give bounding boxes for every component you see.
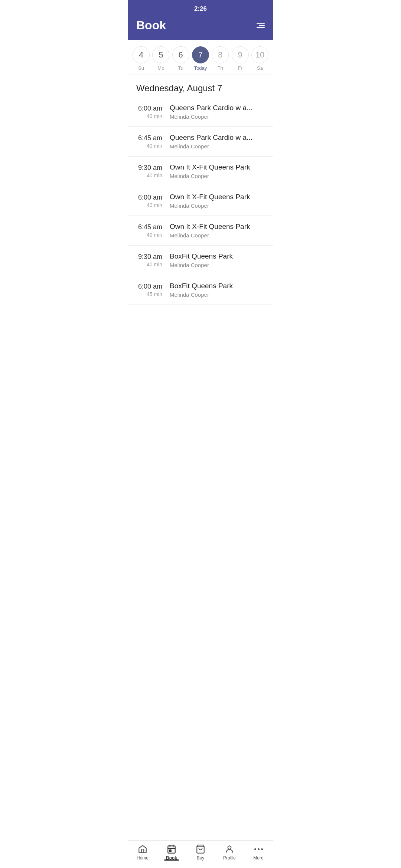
- class-item-5[interactable]: 9:30 am40 minBoxFit Queens ParkMelinda C…: [128, 246, 273, 275]
- status-bar: 2:26: [128, 0, 273, 16]
- class-instructor-2: Melinda Cooper: [170, 173, 265, 179]
- more-dots-icon: [254, 844, 263, 854]
- nav-home-label: Home: [137, 855, 149, 861]
- date-number-6: 6: [172, 46, 189, 63]
- class-time-duration-0: 40 min: [136, 113, 162, 119]
- class-time-duration-2: 40 min: [136, 172, 162, 178]
- nav-profile[interactable]: Profile: [218, 844, 241, 861]
- bottom-nav: Home Book Buy Profile More: [128, 840, 273, 868]
- class-list: 6:00 am40 minQueens Park Cardio w a...Me…: [128, 97, 273, 342]
- nav-buy[interactable]: Buy: [189, 844, 212, 861]
- class-time-main-3: 6:00 am: [136, 194, 162, 201]
- date-item-5[interactable]: 5Mo: [151, 46, 170, 71]
- nav-underline: [164, 859, 179, 861]
- date-item-9[interactable]: 9Fr: [231, 46, 250, 71]
- date-label-6: Tu: [178, 65, 183, 71]
- class-instructor-4: Melinda Cooper: [170, 232, 265, 239]
- class-time-main-4: 6:45 am: [136, 223, 162, 231]
- class-info-6: BoxFit Queens ParkMelinda Cooper: [170, 282, 265, 298]
- class-time-4: 6:45 am40 min: [136, 223, 170, 238]
- class-name-0: Queens Park Cardio w a...: [170, 104, 265, 112]
- profile-icon: [225, 844, 234, 854]
- class-info-4: Own It X-Fit Queens ParkMelinda Cooper: [170, 223, 265, 239]
- filter-line-2: [259, 25, 265, 26]
- class-item-6[interactable]: 6:00 am45 minBoxFit Queens ParkMelinda C…: [128, 275, 273, 305]
- svg-rect-0: [168, 846, 175, 853]
- book-icon: [167, 844, 176, 854]
- class-item-2[interactable]: 9:30 am40 minOwn It X-Fit Queens ParkMel…: [128, 157, 273, 186]
- class-time-duration-6: 45 min: [136, 291, 162, 297]
- class-time-duration-1: 40 min: [136, 143, 162, 149]
- svg-rect-1: [170, 850, 171, 851]
- class-name-2: Own It X-Fit Queens Park: [170, 163, 265, 171]
- day-heading: Wednesday, August 7: [128, 75, 273, 97]
- class-item-1[interactable]: 6:45 am40 minQueens Park Cardio w a...Me…: [128, 127, 273, 157]
- class-name-1: Queens Park Cardio w a...: [170, 134, 265, 142]
- filter-line-1: [257, 23, 265, 24]
- class-name-4: Own It X-Fit Queens Park: [170, 223, 265, 231]
- date-item-7[interactable]: 7Today: [191, 46, 210, 71]
- date-number-4: 4: [133, 46, 150, 63]
- header: Book: [128, 16, 273, 40]
- date-picker: 4Su5Mo6Tu7Today8Th9Fr10Sa: [128, 40, 273, 75]
- svg-point-3: [228, 846, 231, 849]
- class-time-main-6: 6:00 am: [136, 283, 162, 290]
- class-name-6: BoxFit Queens Park: [170, 282, 265, 290]
- date-number-7: 7: [192, 46, 209, 63]
- date-item-6[interactable]: 6Tu: [172, 46, 190, 71]
- date-number-9: 9: [232, 46, 249, 63]
- filter-line-3: [257, 27, 265, 28]
- nav-more-label: More: [253, 855, 263, 861]
- class-info-2: Own It X-Fit Queens ParkMelinda Cooper: [170, 163, 265, 179]
- date-label-10: Sa: [257, 65, 263, 71]
- class-time-main-2: 9:30 am: [136, 164, 162, 172]
- date-number-10: 10: [251, 46, 268, 63]
- class-time-main-0: 6:00 am: [136, 105, 162, 112]
- date-label-8: Th: [218, 65, 223, 71]
- class-time-1: 6:45 am40 min: [136, 134, 170, 149]
- class-name-5: BoxFit Queens Park: [170, 252, 265, 260]
- class-time-6: 6:00 am45 min: [136, 283, 170, 297]
- date-item-4[interactable]: 4Su: [132, 46, 150, 71]
- class-instructor-3: Melinda Cooper: [170, 203, 265, 209]
- class-instructor-1: Melinda Cooper: [170, 143, 265, 149]
- class-item-0[interactable]: 6:00 am40 minQueens Park Cardio w a...Me…: [128, 97, 273, 127]
- class-time-duration-4: 40 min: [136, 232, 162, 238]
- class-instructor-6: Melinda Cooper: [170, 292, 265, 298]
- class-time-5: 9:30 am40 min: [136, 253, 170, 267]
- date-label-9: Fr: [238, 65, 242, 71]
- class-time-3: 6:00 am40 min: [136, 194, 170, 208]
- class-instructor-5: Melinda Cooper: [170, 262, 265, 268]
- class-info-3: Own It X-Fit Queens ParkMelinda Cooper: [170, 193, 265, 209]
- status-time: 2:26: [194, 5, 207, 12]
- buy-icon: [196, 844, 205, 854]
- class-time-0: 6:00 am40 min: [136, 105, 170, 119]
- class-time-duration-5: 40 min: [136, 262, 162, 267]
- class-time-main-5: 9:30 am: [136, 253, 162, 261]
- nav-more[interactable]: More: [247, 844, 270, 861]
- date-item-8[interactable]: 8Th: [211, 46, 229, 71]
- filter-icon[interactable]: [257, 23, 265, 28]
- date-label-7: Today: [194, 65, 207, 71]
- class-info-1: Queens Park Cardio w a...Melinda Cooper: [170, 134, 265, 149]
- class-time-duration-3: 40 min: [136, 202, 162, 208]
- date-number-8: 8: [212, 46, 229, 63]
- class-item-4[interactable]: 6:45 am40 minOwn It X-Fit Queens ParkMel…: [128, 216, 273, 246]
- page-title: Book: [136, 19, 166, 32]
- class-name-3: Own It X-Fit Queens Park: [170, 193, 265, 201]
- class-time-main-1: 6:45 am: [136, 134, 162, 142]
- class-info-0: Queens Park Cardio w a...Melinda Cooper: [170, 104, 265, 120]
- home-icon: [138, 844, 147, 854]
- class-item-3[interactable]: 6:00 am40 minOwn It X-Fit Queens ParkMel…: [128, 186, 273, 216]
- nav-buy-label: Buy: [197, 855, 205, 861]
- date-item-10[interactable]: 10Sa: [251, 46, 269, 71]
- nav-book[interactable]: Book: [160, 844, 183, 861]
- date-number-5: 5: [152, 46, 169, 63]
- date-label-5: Mo: [157, 65, 164, 71]
- class-instructor-0: Melinda Cooper: [170, 114, 265, 120]
- class-info-5: BoxFit Queens ParkMelinda Cooper: [170, 252, 265, 268]
- class-time-2: 9:30 am40 min: [136, 164, 170, 178]
- nav-profile-label: Profile: [223, 855, 236, 861]
- nav-home[interactable]: Home: [131, 844, 154, 861]
- date-label-4: Su: [138, 65, 144, 71]
